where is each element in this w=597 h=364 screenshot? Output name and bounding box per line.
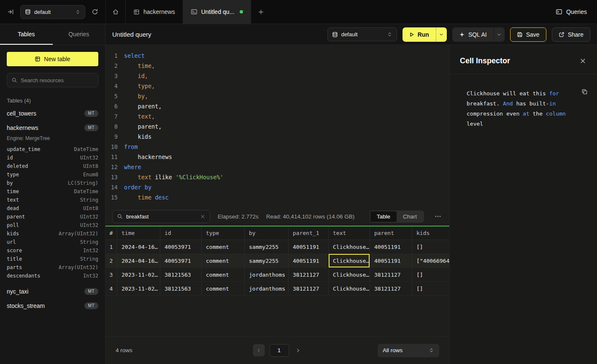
new-tab-button[interactable] (251, 0, 271, 24)
cell-by[interactable]: sammy2255 (245, 254, 289, 267)
results-search-input[interactable] (126, 213, 197, 220)
column-row[interactable]: urlString (7, 238, 98, 246)
cell-parent[interactable]: 38121127 (370, 282, 412, 295)
database-selector[interactable]: default (20, 5, 85, 19)
column-row[interactable]: timeDateTime (7, 187, 98, 196)
cell-text[interactable]: Clickhouse… (329, 268, 370, 281)
tab-hackernews[interactable]: hackernews (126, 0, 183, 24)
column-row[interactable]: partsArray(UInt32) (7, 263, 98, 272)
column-header-kids[interactable]: kids (412, 226, 449, 240)
run-button[interactable]: Run (403, 27, 436, 42)
column-row[interactable]: typeEnum8 (7, 170, 98, 179)
previous-page-button[interactable] (253, 344, 265, 356)
tab-untitled-query[interactable]: Untitled qu... (183, 0, 251, 24)
sidebar-table-hackernews[interactable]: hackernewsMT (7, 121, 98, 135)
column-header-id[interactable]: id (160, 226, 202, 240)
clear-search-icon[interactable] (200, 213, 205, 220)
share-button[interactable]: Share (552, 27, 590, 42)
cell-parent[interactable]: 40051191 (370, 254, 412, 267)
sidebar-table-stocks_stream[interactable]: stocks_streamMT (7, 299, 98, 313)
column-header-num[interactable]: # (105, 226, 117, 240)
cell-parent[interactable]: 38121127 (370, 268, 412, 281)
cell-kids[interactable]: [] (412, 282, 449, 295)
column-row[interactable]: descendantsInt32 (7, 272, 98, 280)
cell-time[interactable]: 2024-04-16… (117, 240, 160, 253)
column-header-time[interactable]: time (117, 226, 160, 240)
cell-parent_1[interactable]: 40051191 (289, 254, 329, 267)
cell-id[interactable]: 38121563 (160, 282, 202, 295)
cell-kids[interactable]: ["40066964… (412, 254, 449, 267)
cell-by[interactable]: sammy2255 (245, 240, 289, 253)
column-row[interactable]: pollUInt32 (7, 221, 98, 229)
cell-type[interactable]: comment (202, 240, 245, 253)
cell-parent_1[interactable]: 40051191 (289, 240, 329, 253)
cell-text[interactable]: Clickhouse… (329, 282, 370, 295)
query-database-selector[interactable]: default (327, 27, 397, 41)
cell-parent[interactable]: 40051191 (370, 240, 412, 253)
cell-text[interactable]: Clickhouse… (329, 240, 370, 253)
row-number: 2 (105, 254, 117, 267)
new-table-button[interactable]: New table (7, 52, 98, 66)
next-page-button[interactable] (294, 346, 302, 355)
column-header-parent_1[interactable]: parent_1 (289, 226, 329, 240)
cell-time[interactable]: 2023-11-02… (117, 282, 160, 295)
cell-type[interactable]: comment (202, 282, 245, 295)
cell-kids[interactable]: [] (412, 240, 449, 253)
column-row[interactable]: kidsArray(UInt32) (7, 229, 98, 238)
sidebar-table-cell_towers[interactable]: cell_towersMT (7, 106, 98, 121)
queries-button[interactable]: Queries (556, 8, 587, 15)
cell-parent_1[interactable]: 38121127 (289, 282, 329, 295)
cell-id[interactable]: 40053971 (160, 240, 202, 253)
page-number-input[interactable] (269, 344, 289, 357)
results-search[interactable] (112, 210, 210, 223)
cell-text[interactable]: Clickhouse… (329, 254, 370, 267)
cell-id[interactable]: 38121563 (160, 268, 202, 281)
save-button[interactable]: Save (510, 27, 546, 42)
close-icon[interactable] (580, 58, 586, 64)
sql-editor[interactable]: 1select2 time,3 id,4 type,5 by,6 parent,… (105, 45, 449, 207)
table-row[interactable]: 32023-11-02…38121563commentjordanthoms38… (105, 268, 449, 282)
refresh-icon[interactable] (90, 7, 100, 16)
table-row[interactable]: 42023-11-02…38121563commentjordanthoms38… (105, 282, 449, 296)
column-header-by[interactable]: by (245, 226, 289, 240)
column-header-parent[interactable]: parent (370, 226, 412, 240)
column-row[interactable]: textString (7, 196, 98, 204)
cell-type[interactable]: comment (202, 268, 245, 281)
cell-time[interactable]: 2023-11-02… (117, 268, 160, 281)
resource-search-input[interactable] (21, 77, 94, 84)
column-row[interactable]: titleString (7, 255, 98, 263)
view-tab-table[interactable]: Table (370, 211, 397, 222)
column-row[interactable]: deletedUInt8 (7, 162, 98, 170)
sql-ai-button[interactable]: SQL AI (452, 27, 494, 42)
column-row[interactable]: idUInt32 (7, 154, 98, 162)
column-row[interactable]: scoreInt32 (7, 246, 98, 255)
sidebar-collapse-icon[interactable] (6, 7, 15, 16)
copy-icon[interactable] (580, 87, 589, 97)
sidebar-tab-queries[interactable]: Queries (53, 24, 105, 45)
line-code: hackernews (124, 152, 172, 162)
table-row[interactable]: 22024-04-16…40053971commentsammy22554005… (105, 254, 449, 268)
run-options-button[interactable] (436, 27, 447, 42)
cell-kids[interactable]: [] (412, 268, 449, 281)
sidebar-tab-tables[interactable]: Tables (0, 24, 53, 45)
column-row[interactable]: update_timeDateTime (7, 145, 98, 154)
column-row[interactable]: byLC(String) (7, 179, 98, 187)
table-row[interactable]: 12024-04-16…40053971commentsammy22554005… (105, 240, 449, 254)
sql-ai-options-button[interactable] (494, 27, 505, 42)
cell-type[interactable]: comment (202, 254, 245, 267)
cell-parent_1[interactable]: 38121127 (289, 268, 329, 281)
column-header-type[interactable]: type (202, 226, 245, 240)
home-tab[interactable] (105, 0, 126, 24)
cell-by[interactable]: jordanthoms (245, 268, 289, 281)
resource-search[interactable] (7, 73, 98, 87)
cell-id[interactable]: 40053971 (160, 254, 202, 267)
column-row[interactable]: parentUInt32 (7, 213, 98, 221)
page-size-selector[interactable]: All rows (378, 344, 439, 357)
view-tab-chart[interactable]: Chart (397, 211, 423, 222)
sidebar-table-nyc_taxi[interactable]: nyc_taxiMT (7, 284, 98, 299)
column-row[interactable]: deadUInt8 (7, 204, 98, 213)
column-header-text[interactable]: text (329, 226, 370, 240)
cell-time[interactable]: 2024-04-16… (117, 254, 160, 267)
more-options-icon[interactable] (433, 212, 443, 221)
cell-by[interactable]: jordanthoms (245, 282, 289, 295)
